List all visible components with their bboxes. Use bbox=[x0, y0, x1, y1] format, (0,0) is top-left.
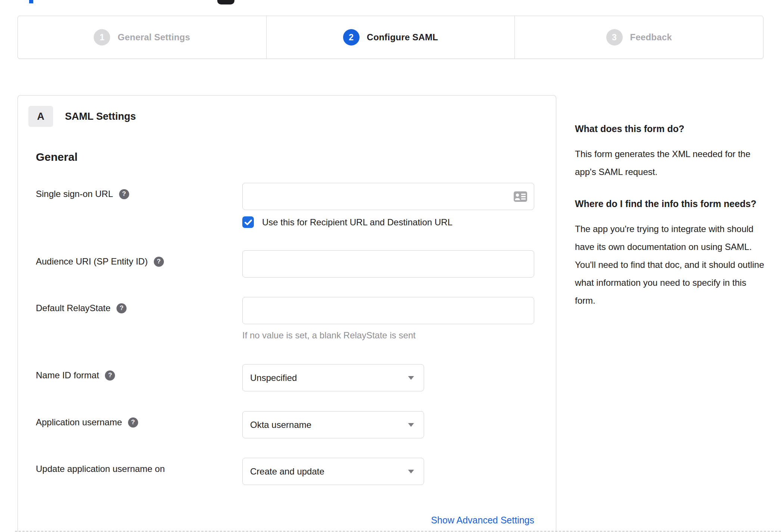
step-configure-saml[interactable]: 2 Configure SAML bbox=[266, 16, 515, 59]
update-username-label: Update application username on bbox=[36, 464, 165, 474]
sso-url-input[interactable] bbox=[242, 183, 534, 210]
sidebar-question-2: Where do I find the info this form needs… bbox=[575, 197, 769, 210]
show-advanced-settings-link[interactable]: Show Advanced Settings bbox=[431, 515, 534, 525]
recipient-url-checkbox-row: Use this for Recipient URL and Destinati… bbox=[242, 216, 534, 228]
step-number-badge: 1 bbox=[94, 29, 110, 46]
panel-header: A SAML Settings bbox=[28, 106, 556, 127]
audience-uri-label: Audience URI (SP Entity ID) bbox=[36, 256, 148, 267]
check-icon bbox=[245, 219, 252, 225]
relaystate-label: Default RelayState bbox=[36, 303, 111, 313]
help-icon[interactable]: ? bbox=[116, 303, 127, 313]
step-general-settings[interactable]: 1 General Settings bbox=[18, 16, 266, 59]
relaystate-input[interactable] bbox=[242, 297, 534, 324]
chevron-down-icon bbox=[408, 376, 414, 380]
advanced-settings-row: Show Advanced Settings bbox=[36, 515, 534, 526]
nameid-format-label: Name ID format bbox=[36, 370, 99, 381]
help-icon[interactable]: ? bbox=[128, 417, 138, 428]
contact-card-icon[interactable] bbox=[513, 191, 528, 202]
sidebar-answer-1: This form generates the XML needed for t… bbox=[575, 145, 769, 181]
step-number-badge: 3 bbox=[606, 29, 623, 46]
update-username-select[interactable]: Create and update bbox=[242, 458, 424, 485]
help-icon[interactable]: ? bbox=[105, 370, 115, 381]
step-label: Feedback bbox=[630, 32, 672, 43]
select-value: Okta username bbox=[250, 420, 311, 430]
sidebar-answer-2: The app you're trying to integrate with … bbox=[575, 220, 769, 310]
nameid-format-select[interactable]: Unspecified bbox=[242, 364, 424, 391]
step-number-badge: 2 bbox=[343, 29, 360, 46]
application-username-row: Application username ? Okta username bbox=[36, 411, 534, 438]
chevron-down-icon bbox=[408, 423, 414, 427]
application-username-label: Application username bbox=[36, 417, 122, 428]
select-value: Unspecified bbox=[250, 373, 297, 383]
relaystate-row: Default RelayState ? If no value is set,… bbox=[36, 297, 534, 341]
help-icon[interactable]: ? bbox=[119, 189, 129, 199]
update-username-row: Update application username on Create an… bbox=[36, 458, 534, 485]
wizard-stepper: 1 General Settings 2 Configure SAML 3 Fe… bbox=[18, 16, 763, 59]
sidebar-question-1: What does this form do? bbox=[575, 122, 769, 135]
section-a-badge: A bbox=[28, 106, 53, 127]
help-icon[interactable]: ? bbox=[154, 257, 164, 267]
step-feedback[interactable]: 3 Feedback bbox=[514, 16, 763, 59]
application-username-select[interactable]: Okta username bbox=[242, 411, 424, 438]
sso-url-label: Single sign-on URL bbox=[36, 189, 113, 199]
logo-fragment bbox=[217, 0, 234, 4]
relaystate-hint: If no value is set, a blank RelayState i… bbox=[242, 330, 534, 341]
step-label: General Settings bbox=[118, 32, 190, 43]
general-section-heading: General bbox=[36, 151, 534, 163]
recipient-url-checkbox-label[interactable]: Use this for Recipient URL and Destinati… bbox=[262, 217, 452, 228]
help-sidebar: What does this form do? This form genera… bbox=[575, 95, 769, 326]
nameid-format-row: Name ID format ? Unspecified bbox=[36, 364, 534, 391]
step-label: Configure SAML bbox=[367, 32, 438, 43]
recipient-url-checkbox[interactable] bbox=[242, 216, 254, 228]
sso-url-row: Single sign-on URL ? bbox=[36, 183, 534, 228]
audience-uri-row: Audience URI (SP Entity ID) ? bbox=[36, 250, 534, 278]
saml-settings-panel: A SAML Settings General Single sign-on U… bbox=[18, 95, 556, 532]
section-divider-fragment bbox=[15, 531, 781, 532]
panel-title: SAML Settings bbox=[65, 111, 136, 122]
audience-uri-input[interactable] bbox=[242, 250, 534, 278]
chevron-down-icon bbox=[408, 470, 414, 473]
select-value: Create and update bbox=[250, 466, 324, 477]
page-title-fragment bbox=[29, 0, 33, 3]
